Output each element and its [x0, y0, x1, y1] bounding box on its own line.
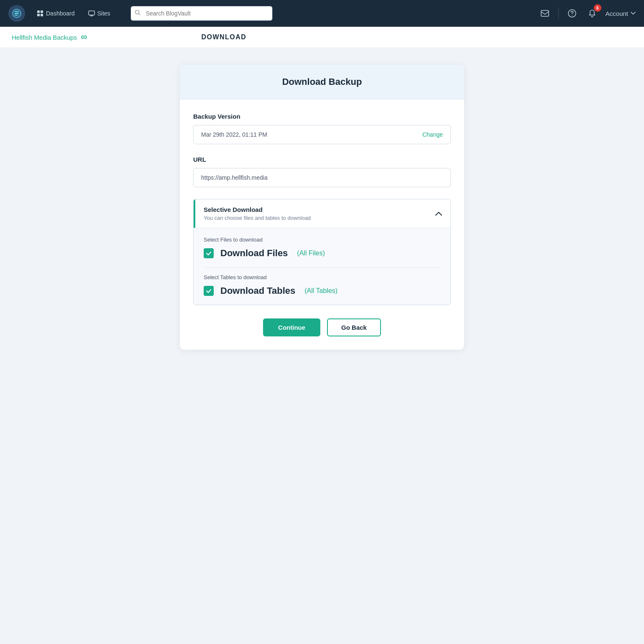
action-buttons: Continue Go Back: [193, 318, 451, 336]
page-title: DOWNLOAD: [88, 33, 360, 41]
select-tables-label: Select Tables to download: [204, 274, 440, 280]
go-back-button[interactable]: Go Back: [327, 318, 381, 336]
selective-download-header[interactable]: Selective Download You can choose files …: [194, 199, 450, 228]
sites-label: Sites: [97, 10, 110, 17]
svg-point-7: [135, 10, 139, 14]
search-input[interactable]: [130, 6, 273, 21]
all-files-link[interactable]: (All Files): [297, 249, 325, 257]
url-value: https://amp.hellfish.media: [193, 168, 451, 187]
notifications-wrap: 6: [585, 7, 599, 20]
selective-subtitle: You can choose files and tables to downl…: [204, 215, 311, 221]
main-content: Download Backup Backup Version Mar 29th …: [0, 48, 644, 367]
download-files-checkbox[interactable]: [204, 248, 214, 258]
svg-point-10: [572, 15, 572, 16]
search-icon: [135, 10, 141, 17]
download-tables-label: Download Tables: [220, 285, 295, 296]
tables-checkbox-row: Download Tables (All Tables): [204, 285, 440, 296]
card-header: Download Backup: [180, 65, 464, 99]
nav-divider: [558, 8, 559, 19]
notification-badge: 6: [594, 4, 601, 12]
download-tables-checkbox[interactable]: [204, 286, 214, 296]
tables-section: Select Tables to download Download Table…: [204, 274, 440, 296]
search-bar: [130, 6, 273, 21]
breadcrumb-bar: Hellfish Media Backups DOWNLOAD: [0, 27, 644, 48]
breadcrumb-site-link[interactable]: Hellfish Media Backups: [12, 34, 88, 41]
version-box: Mar 29th 2022, 01:11 PM Change: [193, 125, 451, 144]
link-icon: [80, 35, 88, 40]
all-tables-link[interactable]: (All Tables): [304, 287, 337, 295]
navbar: Dashboard Sites: [0, 0, 644, 27]
nav-right: 6 Account: [538, 7, 636, 20]
version-value: Mar 29th 2022, 01:11 PM: [201, 131, 267, 138]
svg-rect-3: [41, 10, 43, 13]
card-body: Backup Version Mar 29th 2022, 01:11 PM C…: [180, 99, 464, 350]
chevron-down-icon: [631, 12, 636, 15]
help-icon: [568, 9, 576, 18]
breadcrumb-site-name: Hellfish Media Backups: [12, 34, 77, 41]
continue-button[interactable]: Continue: [263, 318, 320, 336]
selective-title: Selective Download: [204, 206, 311, 213]
chevron-up-icon: [435, 210, 442, 217]
files-section: Select Files to download Download Files …: [204, 237, 440, 259]
dashboard-icon: [37, 10, 43, 17]
svg-rect-2: [37, 10, 40, 13]
svg-rect-4: [37, 14, 40, 16]
checkmark-icon: [206, 250, 212, 256]
card-title: Download Backup: [193, 76, 451, 87]
account-button[interactable]: Account: [606, 10, 636, 17]
download-card: Download Backup Backup Version Mar 29th …: [180, 65, 464, 350]
dashboard-label: Dashboard: [46, 10, 75, 17]
selective-download-container: Selective Download You can choose files …: [193, 199, 451, 305]
logo: [8, 5, 25, 22]
nav-dashboard[interactable]: Dashboard: [32, 7, 80, 20]
backup-version-label: Backup Version: [193, 113, 451, 120]
svg-rect-8: [541, 10, 549, 16]
help-button[interactable]: [565, 7, 579, 20]
selective-download-body: Select Files to download Download Files …: [194, 228, 450, 305]
nav-sites[interactable]: Sites: [83, 7, 115, 20]
account-label: Account: [606, 10, 628, 17]
url-label: URL: [193, 156, 451, 163]
svg-rect-5: [41, 14, 43, 16]
section-divider: [204, 267, 440, 267]
mail-icon: [541, 10, 549, 17]
change-link[interactable]: Change: [422, 131, 443, 138]
mail-button[interactable]: [538, 7, 552, 20]
logo-icon: [12, 8, 22, 18]
svg-rect-6: [89, 11, 95, 15]
select-files-label: Select Files to download: [204, 237, 440, 243]
nav-links: Dashboard Sites: [32, 7, 115, 20]
monitor-icon: [88, 10, 95, 17]
download-files-label: Download Files: [220, 248, 288, 259]
checkmark-tables-icon: [206, 288, 212, 294]
files-checkbox-row: Download Files (All Files): [204, 248, 440, 259]
